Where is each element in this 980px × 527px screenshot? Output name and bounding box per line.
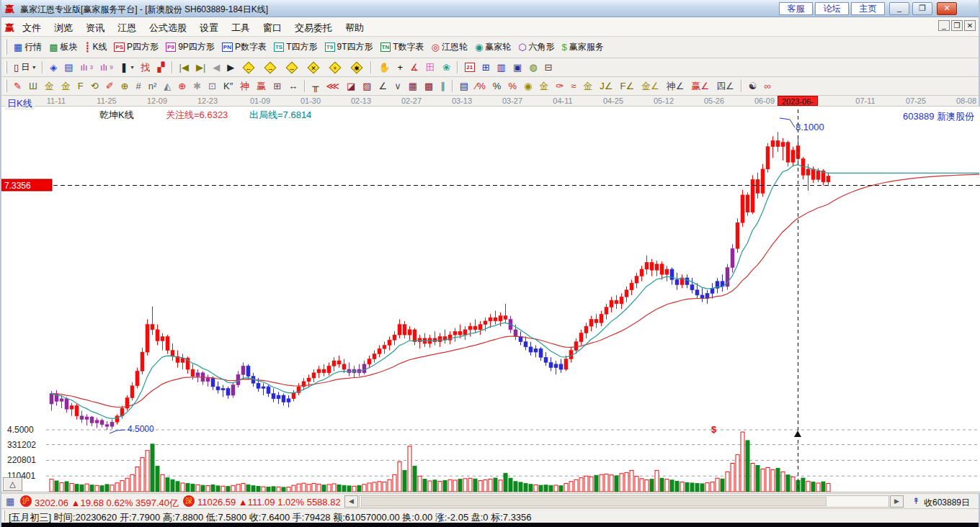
- p-number-button[interactable]: PNP数字表: [218, 40, 270, 54]
- si-angle-button[interactable]: 四∠: [713, 81, 738, 92]
- quote-grid-icon[interactable]: ▦: [6, 496, 14, 507]
- panel-toggle-button[interactable]: △: [3, 477, 22, 491]
- doc-restore-button[interactable]: ❐: [951, 20, 963, 31]
- pink-lattice-button[interactable]: 田: [422, 62, 439, 73]
- doc-close-button[interactable]: ✕: [964, 20, 976, 31]
- calendar-button[interactable]: 21: [461, 62, 478, 73]
- t-number-button[interactable]: TNT数字表: [377, 40, 428, 54]
- quote-button[interactable]: ▦行情: [10, 40, 45, 54]
- menu-item-trade[interactable]: 交易委托: [288, 17, 339, 35]
- hexagon-button[interactable]: ⬡六角形: [514, 40, 558, 54]
- infinity-button[interactable]: ∞: [760, 81, 774, 92]
- yinyang-button[interactable]: ☯: [745, 81, 761, 92]
- horizontal-scrollbar[interactable]: [359, 495, 889, 508]
- price-meter-button[interactable]: ▤: [456, 81, 472, 92]
- diamond-cross-button[interactable]: ✕: [303, 63, 324, 73]
- print-button[interactable]: ⊟: [541, 62, 556, 73]
- calculator-button[interactable]: ⊞: [478, 62, 494, 73]
- link-tool-button[interactable]: ◈: [46, 62, 61, 73]
- single-candle-dropdown[interactable]: ❚▾: [117, 62, 138, 73]
- j-angle-button[interactable]: J∠: [596, 81, 616, 92]
- menu-item-settings[interactable]: 设置: [193, 17, 225, 35]
- diamond-left-button[interactable]: ←: [238, 63, 259, 73]
- ying-angle-button[interactable]: 赢∠: [687, 81, 713, 92]
- brush-button[interactable]: ✑: [552, 81, 567, 92]
- menu-item-gann[interactable]: 江恩: [111, 17, 143, 35]
- winner-wheel-button[interactable]: ◉赢家轮: [471, 40, 514, 54]
- f-line-button[interactable]: F: [74, 81, 87, 92]
- price-chart-canvas[interactable]: 1104012208013312024.50007.33568.10004.50…: [1, 107, 980, 493]
- angle-measure-button[interactable]: ∡: [406, 62, 422, 73]
- first-bar-button[interactable]: |◀: [176, 62, 192, 73]
- p-square-button[interactable]: PSP四方形: [110, 40, 162, 54]
- box-target-button[interactable]: ⊡: [205, 81, 220, 92]
- pan-hand-button[interactable]: ✋: [375, 62, 393, 73]
- gann-wheel-button[interactable]: ◎江恩轮: [428, 40, 471, 54]
- next-bar-button[interactable]: ▶: [223, 62, 238, 73]
- percent-button[interactable]: %: [489, 81, 505, 92]
- color-chart-button[interactable]: ▞: [154, 62, 169, 73]
- diamond-plus-button[interactable]: +: [324, 63, 346, 73]
- grid-b-button[interactable]: ▩: [421, 81, 437, 92]
- k-quote-button[interactable]: K″: [220, 81, 236, 92]
- save-button[interactable]: ▣: [509, 62, 525, 73]
- sector-button[interactable]: ▩板块: [45, 40, 81, 54]
- info-note-button[interactable]: ▤: [61, 62, 76, 73]
- diamond-expand-button[interactable]: ↔: [281, 63, 303, 73]
- p9-square-button[interactable]: P99P四方形: [162, 40, 218, 54]
- measure-width-button[interactable]: ↔: [285, 81, 301, 92]
- crosshair-button[interactable]: +: [394, 62, 407, 73]
- star-target-button[interactable]: ✱: [190, 81, 205, 92]
- pen-ruler-button[interactable]: ✐: [102, 81, 117, 92]
- menu-item-formula-select[interactable]: 公式选股: [143, 17, 193, 35]
- gold-level-button[interactable]: 金: [535, 81, 552, 92]
- menu-item-window[interactable]: 窗口: [257, 17, 288, 35]
- home-button[interactable]: 主页: [851, 2, 885, 15]
- scrollbar-thumb[interactable]: [361, 497, 827, 506]
- red-target-button[interactable]: ⊕: [174, 81, 190, 92]
- find-stock-button[interactable]: 找: [138, 62, 154, 73]
- rays-button[interactable]: ⋘: [322, 81, 343, 92]
- menu-item-file[interactable]: 文件: [16, 17, 48, 35]
- grid-123-button[interactable]: ⊞: [270, 81, 285, 92]
- menu-item-help[interactable]: 帮助: [339, 17, 370, 35]
- prev-bar-button[interactable]: ◀: [209, 62, 223, 73]
- gold-line1-button[interactable]: 金: [41, 81, 58, 92]
- wave-button[interactable]: ≈: [567, 81, 579, 92]
- gold-angle2-button[interactable]: 金∠: [638, 81, 663, 92]
- hash-button[interactable]: #: [133, 81, 145, 92]
- pen-tool-button[interactable]: ✎: [10, 81, 25, 92]
- bars-9-button[interactable]: ılı9: [97, 62, 117, 73]
- kline-button[interactable]: ┋K线: [81, 40, 111, 54]
- doc-minimize-button[interactable]: _: [938, 20, 950, 31]
- spiral-button[interactable]: ⟲: [87, 81, 102, 92]
- diamond-star-button[interactable]: ✱: [346, 63, 368, 73]
- shen-tool-button[interactable]: 神: [236, 81, 253, 92]
- diamond-right-button[interactable]: →: [259, 63, 281, 73]
- kefu-button[interactable]: 客服: [779, 2, 813, 15]
- winner-service-button[interactable]: $赢家服务: [558, 40, 607, 54]
- scroll-left-button[interactable]: ◀: [344, 495, 358, 508]
- angle-lines-button[interactable]: ∠: [375, 81, 391, 92]
- menu-item-browse[interactable]: 浏览: [48, 17, 79, 35]
- grid-a-button[interactable]: ▦: [405, 81, 421, 92]
- forum-button[interactable]: 论坛: [815, 2, 849, 15]
- f-angle-button[interactable]: F∠: [616, 81, 638, 92]
- gold-angle-button[interactable]: 金: [579, 81, 596, 92]
- n-square-button[interactable]: n²: [145, 81, 161, 92]
- ying-tool-button[interactable]: 赢: [253, 81, 270, 92]
- t-bracket-button[interactable]: ╥: [308, 81, 322, 92]
- restore-button[interactable]: ❐: [912, 2, 932, 15]
- vee-wave-button[interactable]: ∨: [391, 81, 405, 92]
- period-daily-dropdown[interactable]: ▯日▾: [10, 60, 39, 74]
- fan-b-button[interactable]: ▨: [359, 81, 375, 92]
- fan-a-button[interactable]: ◪: [343, 81, 359, 92]
- close-button[interactable]: ✕: [937, 2, 957, 15]
- shen-angle-button[interactable]: 神∠: [663, 81, 688, 92]
- percent-red-button[interactable]: %: [504, 81, 520, 92]
- minimize-button[interactable]: _: [889, 2, 909, 15]
- angle-mirror-button[interactable]: ◭: [160, 81, 174, 92]
- notepad-button[interactable]: ▥: [494, 62, 509, 73]
- t-square-button[interactable]: TST四方形: [270, 40, 321, 54]
- t9-square-button[interactable]: T99T四方形: [321, 40, 377, 54]
